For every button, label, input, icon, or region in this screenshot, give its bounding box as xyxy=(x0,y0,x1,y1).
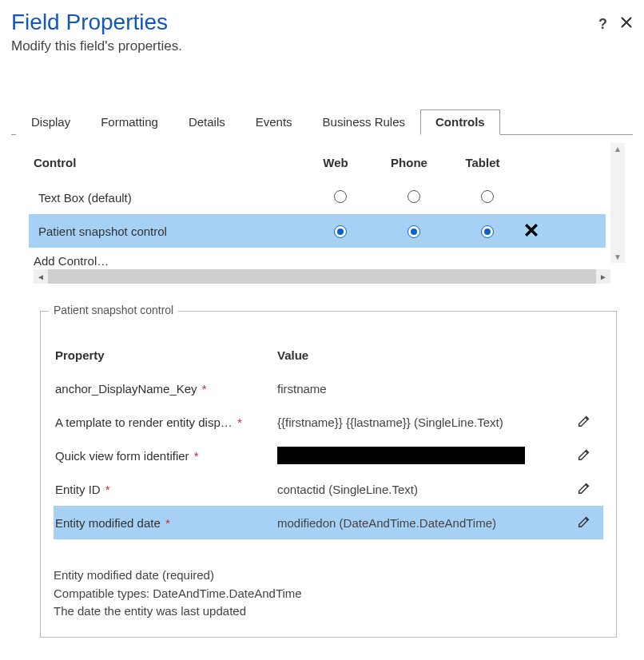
scroll-right-icon[interactable]: ► xyxy=(596,269,610,284)
field-properties-dialog: Field Properties ? Modify this field's p… xyxy=(0,0,644,638)
property-description: Entity modified date (required) Compatib… xyxy=(54,567,603,621)
property-value: firstname xyxy=(277,382,565,396)
controls-table: Control Web Phone Tablet Text Box (defau… xyxy=(29,143,606,268)
property-row[interactable]: Entity ID *contactid (SingleLine.Text) xyxy=(54,472,603,506)
property-row[interactable]: anchor_DisplayName_Key *firstname xyxy=(54,372,603,405)
property-row[interactable]: A template to render entity disp… *{{fir… xyxy=(54,405,603,439)
remove-control-icon[interactable] xyxy=(524,226,539,240)
vertical-scrollbar[interactable]: ▲ ▼ xyxy=(610,143,625,263)
dialog-title: Field Properties xyxy=(11,10,598,35)
radio-phone[interactable] xyxy=(407,190,420,203)
control-row[interactable]: Text Box (default) xyxy=(29,181,606,214)
radio-web[interactable] xyxy=(334,225,347,238)
desc-line: The date the entity was last updated xyxy=(54,602,603,621)
edit-icon[interactable] xyxy=(577,518,591,531)
scroll-left-icon[interactable]: ◄ xyxy=(34,269,48,284)
scroll-up-icon[interactable]: ▲ xyxy=(614,143,622,155)
col-header-value: Value xyxy=(277,348,565,362)
desc-line: Compatible types: DateAndTime.DateAndTim… xyxy=(54,585,603,603)
tab-business-rules[interactable]: Business Rules xyxy=(308,109,420,135)
group-legend: Patient snapshot control xyxy=(49,304,178,316)
help-icon[interactable]: ? xyxy=(598,16,607,33)
horizontal-scrollbar[interactable]: ◄ ► xyxy=(34,269,610,284)
tab-display[interactable]: Display xyxy=(16,109,85,135)
property-name: anchor_DisplayName_Key * xyxy=(54,382,277,396)
col-header-tablet: Tablet xyxy=(446,156,519,169)
dialog-header: Field Properties ? xyxy=(11,10,633,35)
property-value xyxy=(277,447,565,464)
scroll-down-icon[interactable]: ▼ xyxy=(614,251,622,263)
dialog-subtitle: Modify this field's properties. xyxy=(11,38,633,54)
control-name: Patient snapshot control xyxy=(34,225,304,238)
col-header-phone: Phone xyxy=(372,156,446,169)
property-name: Quick view form identifier * xyxy=(54,449,277,463)
property-row[interactable]: Quick view form identifier * xyxy=(54,439,603,472)
control-row[interactable]: Patient snapshot control xyxy=(29,214,606,248)
control-name: Text Box (default) xyxy=(34,191,304,205)
tab-formatting[interactable]: Formatting xyxy=(85,109,173,135)
property-value: modifiedon (DateAndTime.DateAndTime) xyxy=(277,516,565,530)
property-value: contactid (SingleLine.Text) xyxy=(277,483,565,496)
edit-icon[interactable] xyxy=(577,451,591,464)
radio-web[interactable] xyxy=(334,190,347,203)
edit-icon[interactable] xyxy=(577,484,591,498)
radio-tablet[interactable] xyxy=(481,225,494,238)
property-name: A template to render entity disp… * xyxy=(54,415,277,429)
tab-details[interactable]: Details xyxy=(173,109,241,135)
tab-events[interactable]: Events xyxy=(241,109,308,135)
property-value: {{firstname}} {{lastname}} (SingleLine.T… xyxy=(277,415,565,429)
property-name: Entity ID * xyxy=(54,483,277,496)
tab-bar: DisplayFormattingDetailsEventsBusiness R… xyxy=(11,109,633,135)
radio-tablet[interactable] xyxy=(481,190,494,203)
col-header-control: Control xyxy=(29,156,299,169)
desc-line: Entity modified date (required) xyxy=(54,567,603,585)
edit-icon[interactable] xyxy=(577,417,591,431)
col-header-web: Web xyxy=(299,156,372,169)
col-header-property: Property xyxy=(54,348,277,362)
property-name: Entity modified date * xyxy=(54,516,277,530)
property-row[interactable]: Entity modified date *modifiedon (DateAn… xyxy=(54,506,603,539)
radio-phone[interactable] xyxy=(407,225,420,238)
tab-panel-controls: Control Web Phone Tablet Text Box (defau… xyxy=(11,135,633,638)
tab-controls[interactable]: Controls xyxy=(420,109,500,135)
close-icon[interactable] xyxy=(620,16,633,33)
add-control-link[interactable]: Add Control… xyxy=(29,248,606,268)
control-properties-group: Patient snapshot control Property Value … xyxy=(40,311,617,638)
